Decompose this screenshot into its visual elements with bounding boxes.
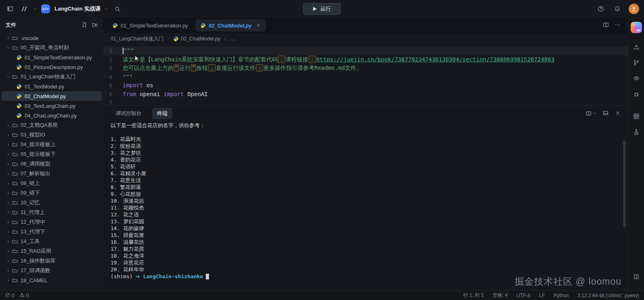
download-icon[interactable] <box>629 39 643 55</box>
chevron-right-icon <box>5 181 11 186</box>
panel-tab[interactable]: 调试控制台 <box>111 108 146 119</box>
tree-item-label: 08_链上 <box>21 180 40 187</box>
terminal-line: 15. 甜蜜花屋 <box>111 232 628 239</box>
tree-folder-item[interactable]: 00_开篇词_奇点时刻 <box>2 43 102 52</box>
code-line[interactable]: 6from openai import OpenAI <box>103 90 628 99</box>
code-editor[interactable]: 1"""2该文件是【LangChain系统安装和快速入门】章节的配套代码，课程链… <box>103 44 628 106</box>
app-logo-icon[interactable] <box>19 4 29 14</box>
tree-folder-item[interactable]: 12_代理中 <box>2 217 102 227</box>
tree-folder-item[interactable]: 18_CAMEL <box>2 275 102 285</box>
line-number: 6 <box>103 90 123 99</box>
tree-item-label: 13_代理下 <box>21 228 45 235</box>
search-icon[interactable] <box>112 4 123 14</box>
split-terminal-icon[interactable] <box>586 111 596 116</box>
breadcrumb-item[interactable]: ... <box>230 36 234 42</box>
tree-folder-item[interactable]: 16_操作数据库 <box>2 256 102 266</box>
flask-icon[interactable] <box>629 124 643 140</box>
editor-tab[interactable]: 02_ChatModel.py <box>195 19 266 31</box>
status-item[interactable]: 空格: 4 <box>493 292 508 299</box>
avatar[interactable] <box>629 4 639 14</box>
chevron-down-icon[interactable] <box>104 7 109 11</box>
tree-file-item[interactable]: 02_PictureDescription.py <box>2 62 102 72</box>
folder-icon <box>11 239 19 244</box>
project-title[interactable]: LangChain 实战课 <box>54 5 100 13</box>
ai-assistant-icon[interactable]: AI <box>631 22 642 33</box>
scrollbar-thumb[interactable] <box>623 141 626 227</box>
tree-item-label: 09_链下 <box>21 189 40 197</box>
python-icon <box>15 103 23 109</box>
ai-logo-label: AI <box>637 28 641 32</box>
chevron-right-icon <box>5 220 11 224</box>
book-icon[interactable] <box>629 269 643 285</box>
tree-folder-item[interactable]: 02_文档QA系统 <box>2 120 102 130</box>
panel-layout-icon[interactable] <box>603 110 608 117</box>
code-text: 该文件是【LangChain系统安装和快速入门】章节的配套代码，课程链接：htt… <box>123 55 554 64</box>
editor-tab[interactable]: 01_SimpleTextGeneration.py <box>107 19 193 31</box>
tree-folder-item[interactable]: 04_提示模板上 <box>2 140 102 149</box>
bell-icon[interactable] <box>612 4 623 14</box>
tree-folder-item[interactable]: 17_回调函数 <box>2 266 102 275</box>
python-icon <box>173 36 179 42</box>
tree-folder-item[interactable]: 10_记忆 <box>2 198 102 208</box>
breadcrumb-item[interactable]: 02_ChatModel.py <box>173 36 220 42</box>
tree-file-item[interactable]: 04_ChatLongChain.py <box>2 111 102 120</box>
code-line[interactable]: 1""" <box>103 46 628 55</box>
folder-icon <box>11 277 19 283</box>
code-line[interactable]: 3您可以点击最上方的“运行”按钮，直接运行该文件；更多操作指引请参考Readme… <box>103 64 628 73</box>
code-line[interactable]: 7 <box>103 99 628 106</box>
new-folder-icon[interactable] <box>92 22 98 29</box>
code-line[interactable]: 5import os <box>103 81 628 90</box>
code-text: import os <box>123 81 153 90</box>
tree-item-label: 04_提示模板上 <box>21 141 56 148</box>
tree-folder-item[interactable]: 11_代理上 <box>2 208 102 217</box>
tree-file-item[interactable]: 03_TextLangChain.py <box>2 101 102 111</box>
new-file-icon[interactable] <box>82 22 87 29</box>
tree-file-item[interactable]: 01_SimpleTextGeneration.py <box>2 52 102 62</box>
python-icon <box>15 64 23 70</box>
folder-icon <box>11 268 19 273</box>
tree-folder-item[interactable]: .vscode <box>2 33 102 43</box>
tree-folder-item[interactable]: 03_模型IO <box>2 130 102 140</box>
status-item[interactable]: Python <box>554 293 569 298</box>
tree-folder-item[interactable]: 09_链下 <box>2 188 102 198</box>
editor-tab-strip: 01_SimpleTextGeneration.py02_ChatModel.p… <box>107 19 266 31</box>
tree-item-label: .vscode <box>21 35 39 41</box>
status-item[interactable]: 行 1, 列 1 <box>463 292 484 299</box>
tree-folder-item[interactable]: 15_RAG应用 <box>2 246 102 256</box>
tree-folder-item[interactable]: 14_工具 <box>2 237 102 246</box>
split-editor-icon[interactable] <box>603 22 609 29</box>
tree-item-label: 12_代理中 <box>21 218 45 226</box>
status-item[interactable]: 3.12.2 64-bit ('shims': pyenv) <box>577 293 639 298</box>
chevron-down-icon[interactable] <box>33 7 38 11</box>
status-item[interactable]: UTF-8 <box>516 293 530 298</box>
git-branch-icon[interactable] <box>629 55 643 70</box>
status-item[interactable]: LF <box>539 293 545 298</box>
breadcrumb-item[interactable]: 01_LangChain快速入门 <box>111 36 163 42</box>
tree-folder-item[interactable]: 05_提示模板下 <box>2 149 102 159</box>
tree-folder-item[interactable]: 08_链上 <box>2 178 102 188</box>
terminal[interactable]: 以下是一些适合花店的名字，供你参考： 1. 花蕊时光2. 缤纷花语3. 花之梦坊… <box>103 121 628 290</box>
tree-file-item[interactable]: 02_ChatModel.py <box>2 91 102 101</box>
code-line[interactable]: 2该文件是【LangChain系统安装和快速入门】章节的配套代码，课程链接：ht… <box>103 55 628 64</box>
eye-icon[interactable] <box>629 70 643 86</box>
more-actions-icon[interactable] <box>615 22 621 29</box>
errors-indicator[interactable]: 0 <box>5 292 15 299</box>
close-icon[interactable] <box>256 23 261 28</box>
close-panel-icon[interactable] <box>615 110 621 117</box>
panel-tab[interactable]: 终端 <box>152 108 172 119</box>
tree-folder-item[interactable]: 06_调用模型 <box>2 159 102 169</box>
error-icon <box>5 292 10 299</box>
warnings-indicator[interactable]: 0 <box>19 292 29 299</box>
code-line[interactable]: 4""" <box>103 73 628 82</box>
tree-file-item[interactable]: 01_TextModel.py <box>2 82 102 91</box>
python-icon <box>15 55 23 60</box>
tree-folder-item[interactable]: 13_代理下 <box>2 227 102 237</box>
status-right: 行 1, 列 1空格: 4UTF-8LFPython3.12.2 64-bit … <box>463 292 639 299</box>
help-icon[interactable] <box>596 4 606 14</box>
bug-icon[interactable] <box>629 86 643 102</box>
tree-folder-item[interactable]: 01_LangChain快速入门 <box>2 72 102 82</box>
tree-folder-item[interactable]: 07_解析输出 <box>2 169 102 178</box>
toggle-sidebar-icon[interactable] <box>5 4 15 14</box>
grid-icon[interactable] <box>629 108 643 124</box>
run-button[interactable]: 运行 <box>303 3 341 15</box>
